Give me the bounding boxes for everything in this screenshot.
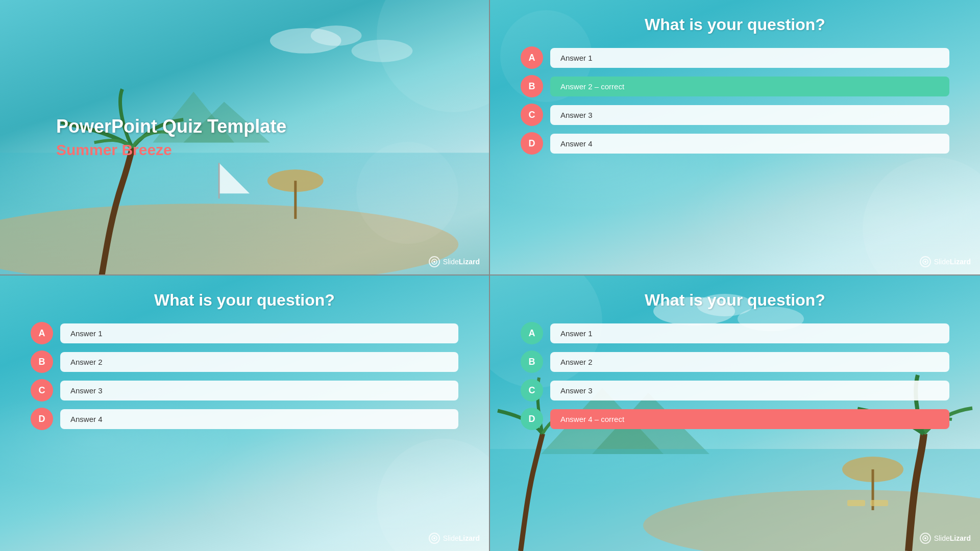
answer-letter-2c: C [521, 104, 543, 126]
answer-row-4a: A Answer 1 [521, 322, 949, 344]
slide-3-content: What is your question? A Answer 1 B Answ… [0, 276, 489, 551]
answer-letter-2b: B [521, 75, 543, 97]
answer-letter-4d: D [521, 408, 543, 430]
answer-row-2d: D Answer 4 [521, 132, 949, 155]
answer-box-2c: Answer 3 [550, 105, 949, 125]
slide-3-answers: A Answer 1 B Answer 2 C Answer 3 D Answe… [31, 322, 458, 541]
slidelizard-icon-1 [431, 258, 438, 265]
answer-row-3a: A Answer 1 [31, 322, 458, 344]
answer-letter-3a: A [31, 322, 53, 344]
answer-box-3d: Answer 4 [60, 409, 458, 429]
answer-letter-4c: C [521, 379, 543, 402]
slide-4-content: What is your question? A Answer 1 B Answ… [490, 276, 980, 551]
answer-letter-3d: D [31, 408, 53, 430]
svg-point-14 [924, 261, 926, 263]
answer-letter-3c: C [31, 379, 53, 402]
answer-letter-4b: B [521, 350, 543, 373]
answer-row-3d: D Answer 4 [31, 408, 458, 430]
slide-1-subtitle: Summer Breeze [56, 141, 433, 159]
slide-2-content: What is your question? A Answer 1 B Answ… [490, 0, 980, 274]
brand-icon-1 [429, 256, 440, 267]
slide-1: PowerPoint Quiz Template Summer Breeze S… [0, 0, 490, 276]
brand-icon-3 [429, 533, 440, 544]
branding-2: SlideLizard [920, 256, 971, 267]
answer-row-2c: C Answer 3 [521, 104, 949, 126]
slide-1-title: PowerPoint Quiz Template [56, 116, 433, 137]
answer-row-3c: C Answer 3 [31, 379, 458, 402]
answer-row-2b: B Answer 2 – correct [521, 75, 949, 97]
slide-4: What is your question? A Answer 1 B Answ… [490, 276, 980, 551]
svg-point-16 [433, 537, 435, 539]
answer-box-2b: Answer 2 – correct [550, 77, 949, 96]
brand-prefix-1: Slide [443, 258, 459, 266]
slide-2-answers: A Answer 1 B Answer 2 – correct C Answer… [521, 46, 949, 264]
slidelizard-icon-4 [922, 535, 929, 542]
slidelizard-icon-2 [922, 258, 929, 265]
brand-label-1: SlideLizard [443, 258, 480, 266]
answer-letter-2a: A [521, 46, 543, 69]
answer-box-4d: Answer 4 – correct [550, 409, 949, 429]
answer-row-2a: A Answer 1 [521, 46, 949, 69]
answer-box-3b: Answer 2 [60, 352, 458, 372]
brand-bold-1: Lizard [459, 258, 480, 266]
answer-row-4d: D Answer 4 – correct [521, 408, 949, 430]
brand-label-2: SlideLizard [934, 258, 971, 266]
answer-box-4a: Answer 1 [550, 323, 949, 343]
branding-4: SlideLizard [920, 533, 971, 544]
brand-label-3: SlideLizard [443, 534, 480, 542]
slide-4-question: What is your question? [521, 291, 949, 310]
slide-3: What is your question? A Answer 1 B Answ… [0, 276, 490, 551]
slide-3-question: What is your question? [31, 291, 458, 310]
brand-icon-2 [920, 256, 931, 267]
answer-letter-4a: A [521, 322, 543, 344]
slidelizard-icon-3 [431, 535, 438, 542]
answer-row-3b: B Answer 2 [31, 350, 458, 373]
answer-letter-3b: B [31, 350, 53, 373]
branding-3: SlideLizard [429, 533, 480, 544]
svg-point-12 [433, 261, 435, 263]
answer-box-2d: Answer 4 [550, 134, 949, 154]
answer-box-4c: Answer 3 [550, 381, 949, 400]
answer-row-4c: C Answer 3 [521, 379, 949, 402]
answer-box-3c: Answer 3 [60, 381, 458, 400]
slide-2-question: What is your question? [521, 15, 949, 34]
branding-1: SlideLizard [429, 256, 480, 267]
slide-1-content: PowerPoint Quiz Template Summer Breeze [0, 0, 489, 274]
svg-point-29 [924, 537, 926, 539]
answer-row-4b: B Answer 2 [521, 350, 949, 373]
brand-label-4: SlideLizard [934, 534, 971, 542]
answer-box-4b: Answer 2 [550, 352, 949, 372]
slide-2: What is your question? A Answer 1 B Answ… [490, 0, 980, 276]
answer-letter-2d: D [521, 132, 543, 155]
brand-icon-4 [920, 533, 931, 544]
answer-box-3a: Answer 1 [60, 323, 458, 343]
answer-box-2a: Answer 1 [550, 48, 949, 68]
slide-4-answers: A Answer 1 B Answer 2 C Answer 3 D Answe… [521, 322, 949, 541]
